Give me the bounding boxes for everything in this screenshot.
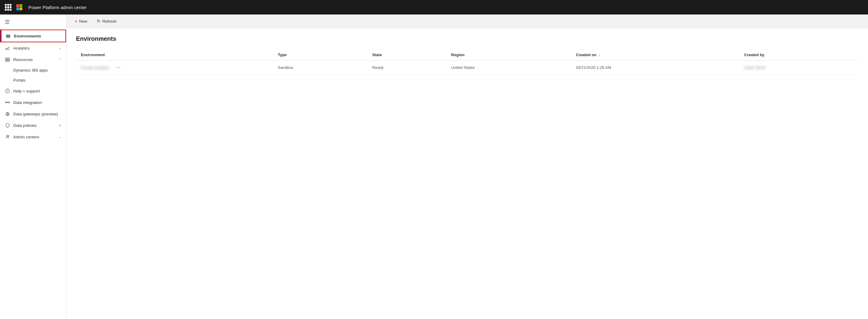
sidebar-item-helpsupport[interactable]: ? Help + support bbox=[0, 85, 66, 97]
svg-point-16 bbox=[7, 135, 8, 137]
sidebar-analytics-label: Analytics bbox=[13, 46, 56, 51]
cell-type: Sandbox bbox=[273, 60, 368, 75]
sidebar: ☰ Environments Analytics ⌄ bbox=[0, 14, 66, 319]
page-title: Environments bbox=[76, 35, 858, 42]
svg-rect-1 bbox=[6, 36, 10, 37]
waffle-icon[interactable] bbox=[5, 4, 11, 10]
resources-icon bbox=[5, 57, 10, 62]
refresh-button[interactable]: ↻ Refresh bbox=[94, 18, 119, 25]
row-more-button[interactable]: ⋯ bbox=[114, 64, 124, 71]
sidebar-item-admincenters[interactable]: Admin centers ⌄ bbox=[0, 131, 66, 143]
svg-rect-2 bbox=[6, 37, 10, 38]
analytics-chevron: ⌄ bbox=[59, 46, 61, 50]
sidebar-helpsupport-label: Help + support bbox=[13, 89, 61, 93]
svg-text:?: ? bbox=[7, 90, 8, 93]
refresh-label: Refresh bbox=[102, 19, 117, 24]
cell-created-by: Super Nimer bbox=[739, 60, 858, 75]
table-header: Environment Type State Region Created on bbox=[76, 50, 858, 60]
sidebar-admincenters-label: Admin centers bbox=[13, 135, 56, 139]
col-created-by[interactable]: Created by bbox=[739, 50, 858, 60]
data-policies-icon bbox=[5, 123, 10, 128]
top-header: Power Platform admin center bbox=[0, 0, 868, 14]
sidebar-resources-label: Resources bbox=[13, 57, 56, 62]
sort-desc-icon: ↓ bbox=[598, 53, 600, 57]
data-integration-icon bbox=[5, 100, 10, 105]
external-link-icon: ↗ bbox=[59, 123, 61, 127]
col-type[interactable]: Type bbox=[273, 50, 368, 60]
portals-label: Portals bbox=[13, 78, 25, 83]
sidebar-item-dynamics365apps[interactable]: Dynamics 365 apps bbox=[0, 65, 66, 75]
svg-point-11 bbox=[8, 102, 10, 103]
sidebar-item-dataintegration[interactable]: Data integration bbox=[0, 97, 66, 108]
col-state[interactable]: State bbox=[368, 50, 446, 60]
cell-state: Ready bbox=[368, 60, 446, 75]
created-by-blurred: Super Nimer bbox=[744, 65, 766, 70]
content-area: + New ↻ Refresh Environments Environment bbox=[66, 14, 868, 319]
sidebar-item-environments[interactable]: Environments bbox=[0, 30, 66, 42]
svg-rect-6 bbox=[5, 60, 7, 61]
sidebar-item-analytics[interactable]: Analytics ⌄ bbox=[0, 42, 66, 54]
table-row: Private sandbox ⋯ Sandbox Ready United S… bbox=[76, 60, 858, 75]
sidebar-toggle[interactable]: ☰ bbox=[0, 14, 66, 30]
app-title: Power Platform admin center bbox=[28, 5, 87, 10]
help-icon: ? bbox=[5, 88, 10, 94]
svg-rect-5 bbox=[8, 58, 10, 59]
sidebar-datapolicies-label: Data policies bbox=[13, 123, 56, 128]
sidebar-dataintegration-label: Data integration bbox=[13, 100, 61, 105]
cell-environment: Private sandbox ⋯ bbox=[76, 60, 273, 75]
svg-point-10 bbox=[5, 102, 7, 103]
environments-table: Environment Type State Region Created on bbox=[76, 50, 858, 75]
data-gateways-icon bbox=[5, 111, 10, 117]
environment-name-blurred: Private sandbox bbox=[81, 65, 109, 70]
content-main: Environments Environment Type State bbox=[66, 28, 868, 319]
sidebar-datagateways-label: Data gateways (preview) bbox=[13, 112, 61, 116]
cell-created-on: 03/21/2020 1:28 AM bbox=[571, 60, 740, 75]
layers-icon bbox=[5, 33, 11, 39]
plus-icon: + bbox=[75, 19, 77, 24]
sidebar-item-portals[interactable]: Portals bbox=[0, 75, 66, 85]
col-environment[interactable]: Environment bbox=[76, 50, 273, 60]
dynamics365apps-label: Dynamics 365 apps bbox=[13, 68, 48, 72]
svg-rect-4 bbox=[5, 58, 7, 59]
sidebar-item-resources[interactable]: Resources ⌃ bbox=[0, 54, 66, 65]
analytics-icon bbox=[5, 45, 10, 51]
sidebar-item-label: Environments bbox=[14, 34, 61, 38]
col-region[interactable]: Region bbox=[446, 50, 571, 60]
svg-rect-0 bbox=[6, 35, 10, 36]
svg-point-17 bbox=[8, 136, 9, 137]
sidebar-item-datagateways[interactable]: Data gateways (preview) bbox=[0, 108, 66, 120]
new-button[interactable]: + New bbox=[72, 18, 90, 25]
col-created-on[interactable]: Created on ↓ bbox=[571, 50, 740, 60]
microsoft-logo bbox=[16, 4, 22, 10]
admin-icon bbox=[5, 134, 10, 140]
sidebar-item-datapolicies[interactable]: Data policies ↗ bbox=[0, 120, 66, 131]
resources-chevron: ⌃ bbox=[59, 58, 61, 62]
svg-rect-7 bbox=[8, 60, 10, 61]
admincenters-chevron: ⌄ bbox=[59, 135, 61, 139]
cell-region: United States bbox=[446, 60, 571, 75]
toolbar: + New ↻ Refresh bbox=[66, 14, 868, 28]
new-label: New bbox=[79, 19, 87, 24]
table-body: Private sandbox ⋯ Sandbox Ready United S… bbox=[76, 60, 858, 75]
refresh-icon: ↻ bbox=[97, 19, 100, 24]
